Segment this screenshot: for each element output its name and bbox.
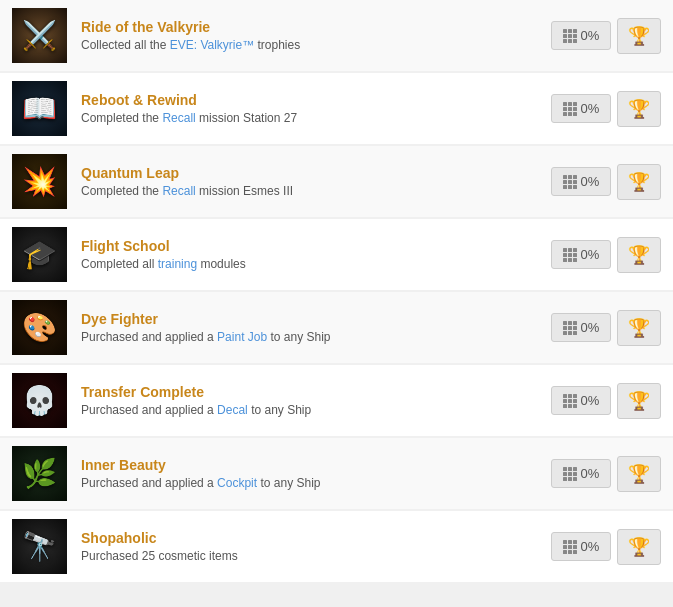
progress-button-reboot-and-rewind[interactable]: 0% [551, 94, 611, 123]
progress-button-ride-of-the-valkyrie[interactable]: 0% [551, 21, 611, 50]
achievement-actions-inner-beauty: 0%🏆 [551, 456, 661, 492]
trophy-icon-quantum-leap: 🏆 [628, 171, 650, 193]
progress-button-transfer-complete[interactable]: 0% [551, 386, 611, 415]
achievement-desc-inner-beauty: Purchased and applied a Cockpit to any S… [81, 476, 551, 490]
icon-flight-school: 🎓 [22, 238, 57, 271]
progress-text-quantum-leap: 0% [581, 174, 600, 189]
trophy-icon-reboot-and-rewind: 🏆 [628, 98, 650, 120]
achievement-info-inner-beauty: Inner BeautyPurchased and applied a Cock… [81, 457, 551, 490]
icon-quantum-leap: 💥 [22, 165, 57, 198]
progress-text-reboot-and-rewind: 0% [581, 101, 600, 116]
achievement-info-reboot-and-rewind: Reboot & RewindCompleted the Recall miss… [81, 92, 551, 125]
achievement-actions-dye-fighter: 0%🏆 [551, 310, 661, 346]
achievement-item-ride-of-the-valkyrie: ⚔️Ride of the ValkyrieCollected all the … [0, 0, 673, 71]
trophy-button-quantum-leap[interactable]: 🏆 [617, 164, 661, 200]
icon-ride-of-the-valkyrie: ⚔️ [22, 19, 57, 52]
achievement-icon-reboot-and-rewind: 📖 [12, 81, 67, 136]
achievement-desc-shopaholic: Purchased 25 cosmetic items [81, 549, 551, 563]
trophy-icon-ride-of-the-valkyrie: 🏆 [628, 25, 650, 47]
trophy-button-dye-fighter[interactable]: 🏆 [617, 310, 661, 346]
trophy-button-inner-beauty[interactable]: 🏆 [617, 456, 661, 492]
progress-button-shopaholic[interactable]: 0% [551, 532, 611, 561]
icon-transfer-complete: 💀 [22, 384, 57, 417]
progress-text-flight-school: 0% [581, 247, 600, 262]
trophy-button-transfer-complete[interactable]: 🏆 [617, 383, 661, 419]
progress-text-shopaholic: 0% [581, 539, 600, 554]
achievement-info-flight-school: Flight SchoolCompleted all training modu… [81, 238, 551, 271]
trophy-button-shopaholic[interactable]: 🏆 [617, 529, 661, 565]
achievement-item-reboot-and-rewind: 📖Reboot & RewindCompleted the Recall mis… [0, 73, 673, 144]
achievement-desc-reboot-and-rewind: Completed the Recall mission Station 27 [81, 111, 551, 125]
achievement-item-inner-beauty: 🌿Inner BeautyPurchased and applied a Coc… [0, 438, 673, 509]
grid-icon [563, 394, 577, 408]
achievement-actions-ride-of-the-valkyrie: 0%🏆 [551, 18, 661, 54]
achievement-actions-reboot-and-rewind: 0%🏆 [551, 91, 661, 127]
achievement-icon-flight-school: 🎓 [12, 227, 67, 282]
achievement-actions-transfer-complete: 0%🏆 [551, 383, 661, 419]
progress-button-quantum-leap[interactable]: 0% [551, 167, 611, 196]
achievement-desc-transfer-complete: Purchased and applied a Decal to any Shi… [81, 403, 551, 417]
achievement-info-transfer-complete: Transfer CompletePurchased and applied a… [81, 384, 551, 417]
grid-icon [563, 248, 577, 262]
achievement-info-dye-fighter: Dye FighterPurchased and applied a Paint… [81, 311, 551, 344]
achievement-item-quantum-leap: 💥Quantum LeapCompleted the Recall missio… [0, 146, 673, 217]
achievement-info-ride-of-the-valkyrie: Ride of the ValkyrieCollected all the EV… [81, 19, 551, 52]
achievement-info-shopaholic: ShopaholicPurchased 25 cosmetic items [81, 530, 551, 563]
trophy-button-ride-of-the-valkyrie[interactable]: 🏆 [617, 18, 661, 54]
achievement-title-quantum-leap: Quantum Leap [81, 165, 551, 181]
icon-shopaholic: 🔭 [22, 530, 57, 563]
achievement-title-shopaholic: Shopaholic [81, 530, 551, 546]
achievement-icon-shopaholic: 🔭 [12, 519, 67, 574]
achievement-title-ride-of-the-valkyrie: Ride of the Valkyrie [81, 19, 551, 35]
achievement-title-dye-fighter: Dye Fighter [81, 311, 551, 327]
achievement-icon-transfer-complete: 💀 [12, 373, 67, 428]
icon-dye-fighter: 🎨 [22, 311, 57, 344]
trophy-icon-dye-fighter: 🏆 [628, 317, 650, 339]
trophy-button-flight-school[interactable]: 🏆 [617, 237, 661, 273]
achievement-item-shopaholic: 🔭ShopaholicPurchased 25 cosmetic items0%… [0, 511, 673, 582]
achievement-title-inner-beauty: Inner Beauty [81, 457, 551, 473]
achievement-desc-flight-school: Completed all training modules [81, 257, 551, 271]
grid-icon [563, 467, 577, 481]
achievement-actions-flight-school: 0%🏆 [551, 237, 661, 273]
achievement-title-flight-school: Flight School [81, 238, 551, 254]
progress-button-inner-beauty[interactable]: 0% [551, 459, 611, 488]
achievement-actions-quantum-leap: 0%🏆 [551, 164, 661, 200]
achievement-item-dye-fighter: 🎨Dye FighterPurchased and applied a Pain… [0, 292, 673, 363]
grid-icon [563, 540, 577, 554]
achievement-icon-dye-fighter: 🎨 [12, 300, 67, 355]
achievement-desc-dye-fighter: Purchased and applied a Paint Job to any… [81, 330, 551, 344]
progress-text-inner-beauty: 0% [581, 466, 600, 481]
grid-icon [563, 321, 577, 335]
progress-button-dye-fighter[interactable]: 0% [551, 313, 611, 342]
progress-text-ride-of-the-valkyrie: 0% [581, 28, 600, 43]
achievement-icon-quantum-leap: 💥 [12, 154, 67, 209]
progress-text-transfer-complete: 0% [581, 393, 600, 408]
trophy-button-reboot-and-rewind[interactable]: 🏆 [617, 91, 661, 127]
achievement-list: ⚔️Ride of the ValkyrieCollected all the … [0, 0, 673, 582]
achievement-desc-ride-of-the-valkyrie: Collected all the EVE: Valkyrie™ trophie… [81, 38, 551, 52]
achievement-item-transfer-complete: 💀Transfer CompletePurchased and applied … [0, 365, 673, 436]
grid-icon [563, 175, 577, 189]
achievement-title-transfer-complete: Transfer Complete [81, 384, 551, 400]
achievement-actions-shopaholic: 0%🏆 [551, 529, 661, 565]
progress-text-dye-fighter: 0% [581, 320, 600, 335]
trophy-icon-inner-beauty: 🏆 [628, 463, 650, 485]
achievement-icon-inner-beauty: 🌿 [12, 446, 67, 501]
achievement-item-flight-school: 🎓Flight SchoolCompleted all training mod… [0, 219, 673, 290]
trophy-icon-shopaholic: 🏆 [628, 536, 650, 558]
icon-inner-beauty: 🌿 [22, 457, 57, 490]
icon-reboot-and-rewind: 📖 [22, 92, 57, 125]
achievement-title-reboot-and-rewind: Reboot & Rewind [81, 92, 551, 108]
grid-icon [563, 29, 577, 43]
grid-icon [563, 102, 577, 116]
achievement-icon-ride-of-the-valkyrie: ⚔️ [12, 8, 67, 63]
progress-button-flight-school[interactable]: 0% [551, 240, 611, 269]
trophy-icon-transfer-complete: 🏆 [628, 390, 650, 412]
trophy-icon-flight-school: 🏆 [628, 244, 650, 266]
achievement-desc-quantum-leap: Completed the Recall mission Esmes III [81, 184, 551, 198]
achievement-info-quantum-leap: Quantum LeapCompleted the Recall mission… [81, 165, 551, 198]
